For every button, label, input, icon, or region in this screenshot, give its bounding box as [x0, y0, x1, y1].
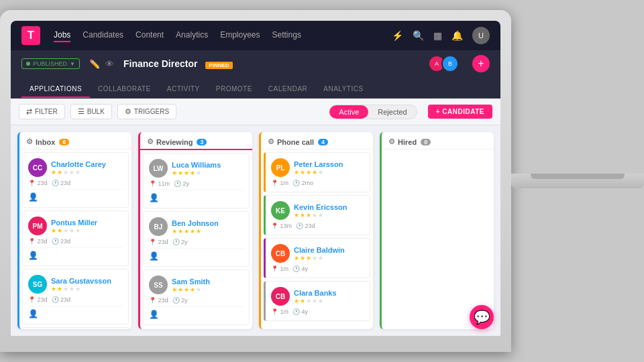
grid-icon[interactable]: ▦ — [433, 30, 442, 41]
star5: ★ — [318, 255, 323, 261]
filter-button[interactable]: ⇄ FILTER — [19, 104, 65, 119]
search-icon[interactable]: 🔍 — [413, 30, 424, 41]
meta-location: 📍 23d — [28, 296, 48, 303]
star5: ★ — [75, 227, 80, 234]
meta-location: 📍 1m — [271, 180, 288, 186]
star3: ★ — [184, 286, 189, 293]
card-peter-larsson[interactable]: PL Peter Larsson ★ ★ ★ ★ ★ — [264, 152, 370, 192]
fab-button[interactable]: 💬 — [470, 305, 494, 329]
avatar-pm: PM — [28, 217, 47, 235]
meta-sara: 📍 23d 🕐 23d — [28, 296, 123, 303]
card-clara-banks[interactable]: CB Clara Banks ★ ★ ★ ★ ★ — [264, 281, 370, 321]
meta-location: 📍 23d — [149, 239, 168, 245]
meta-peter: 📍 1m 🕐 2mo — [271, 180, 364, 186]
edit-icon[interactable]: ✏️ — [89, 59, 100, 69]
name-ben: Ben Johnson — [172, 219, 219, 227]
bulk-button[interactable]: ☰ BULK — [70, 104, 112, 119]
stars-kevin: ★ ★ ★ ★ ★ — [294, 212, 347, 219]
meta-time: 🕐 2y — [174, 180, 189, 187]
avatar-group: A B — [428, 55, 459, 72]
add-person-button[interactable]: + — [472, 55, 490, 72]
user-avatar[interactable]: U — [472, 27, 490, 44]
nav-icons: ⚡ 🔍 ▦ 🔔 U — [392, 27, 490, 44]
star4: ★ — [312, 298, 317, 304]
star2: ★ — [300, 212, 305, 219]
footer-luca: 👤 — [149, 190, 244, 202]
card-claire-baldwin[interactable]: CB Claire Baldwin ★ ★ ★ ★ ★ — [264, 238, 370, 278]
card-kevin-ericsson[interactable]: KE Kevin Ericsson ★ ★ ★ ★ ★ — [264, 195, 370, 235]
add-candidate-button[interactable]: + CANDIDATE — [428, 105, 492, 119]
logo: T — [21, 26, 40, 45]
inbox-icon: ⚙ — [26, 137, 33, 146]
eye-icon[interactable]: 👁 — [105, 59, 114, 69]
phone-call-cards: PL Peter Larsson ★ ★ ★ ★ ★ — [261, 149, 373, 329]
tab-activity[interactable]: ACTIVITY — [159, 81, 208, 98]
meta-clara: 📍 1m 🕐 4y — [271, 308, 364, 315]
published-label: PUBLISHED — [33, 60, 67, 67]
bulk-icon: ☰ — [78, 107, 85, 116]
published-badge[interactable]: PUBLISHED ▼ — [21, 58, 80, 69]
column-hired: ⚙ Hired 0 — [380, 132, 494, 329]
phone-call-header: ⚙ Phone call 4 — [261, 132, 373, 149]
nav-employees[interactable]: Employees — [220, 29, 260, 42]
tab-collaborate[interactable]: COLLABORATE — [90, 81, 159, 98]
active-status-button[interactable]: Active — [329, 105, 368, 119]
hired-icon: ⚙ — [388, 137, 395, 146]
meta-location: 📍 11m — [149, 180, 170, 187]
reviewing-cards: LW Luca Williams ★ ★ ★ ★ ★ — [140, 150, 252, 329]
star2: ★ — [178, 170, 183, 176]
meta-time: 🕐 23d — [296, 223, 315, 229]
stars-sam: ★ ★ ★ ★ ★ — [172, 286, 210, 293]
meta-ben: 📍 23d 🕐 2y — [149, 239, 244, 245]
card-charlotte-carey[interactable]: CC Charlotte Carey ★ ★ ★ ★ ★ — [22, 152, 129, 208]
person-icon: 👤 — [149, 251, 159, 261]
card-sam-smith[interactable]: SS Sam Smith ★ ★ ★ ★ ★ — [143, 269, 250, 325]
stars-sara: ★ ★ ★ ★ ★ — [51, 286, 111, 292]
avatar-lw: LW — [149, 159, 168, 178]
star3: ★ — [63, 286, 68, 292]
nav-analytics[interactable]: Analytics — [176, 29, 208, 42]
star3: ★ — [63, 227, 68, 234]
star4: ★ — [69, 227, 74, 234]
hired-title: Hired — [398, 138, 417, 146]
tab-analytics[interactable]: ANALYTICS — [315, 81, 371, 98]
name-kevin: Kevin Ericsson — [294, 203, 347, 211]
star1: ★ — [294, 255, 299, 261]
card-ben-johnson[interactable]: BJ Ben Johnson ★ ★ ★ ★ ★ — [143, 211, 250, 267]
star2: ★ — [178, 228, 183, 235]
meta-claire: 📍 1m 🕐 4y — [271, 265, 364, 272]
nav-settings[interactable]: Settings — [272, 29, 301, 42]
star2: ★ — [57, 286, 62, 292]
star4: ★ — [312, 212, 317, 219]
star1: ★ — [51, 286, 56, 292]
filter-icon: ⇄ — [26, 107, 32, 116]
tab-applications[interactable]: APPLICATIONS — [21, 81, 90, 98]
bell-icon[interactable]: 🔔 — [451, 30, 463, 41]
card-pontus-miller[interactable]: PM Pontus Miller ★ ★ ★ ★ ★ — [22, 210, 129, 266]
job-title-text: Finance Director — [123, 58, 197, 69]
tab-promote[interactable]: PROMOTE — [208, 81, 260, 98]
bulk-label: BULK — [87, 108, 105, 115]
nav-content[interactable]: Content — [136, 29, 164, 42]
nav-candidates[interactable]: Candidates — [83, 29, 123, 42]
star5: ★ — [318, 169, 323, 176]
rejected-status-button[interactable]: Rejected — [368, 105, 416, 119]
tab-calendar[interactable]: CALENDAR — [260, 81, 315, 98]
card-luca-williams[interactable]: LW Luca Williams ★ ★ ★ ★ ★ — [143, 153, 250, 208]
card-adam-coleman[interactable]: AC Adam Coleman ★ ★ ★ ★ ★ — [22, 327, 129, 329]
star5: ★ — [75, 169, 80, 176]
name-charlotte: Charlotte Carey — [51, 160, 106, 168]
kanban-board: ⚙ Inbox 6 CC Charlotte Carey ★ — [11, 125, 500, 336]
star4: ★ — [69, 286, 74, 292]
avatar-sg: SG — [28, 275, 47, 294]
person-icon: 👤 — [28, 251, 38, 260]
avatar-2: B — [441, 55, 459, 72]
star1: ★ — [294, 298, 299, 304]
triggers-button[interactable]: ⚙ TRIGGERS — [117, 104, 176, 119]
card-sara-gustavsson[interactable]: SG Sara Gustavsson ★ ★ ★ ★ ★ — [22, 269, 129, 324]
lightning-icon[interactable]: ⚡ — [392, 30, 403, 41]
nav-jobs[interactable]: Jobs — [54, 29, 70, 42]
star5: ★ — [196, 228, 201, 235]
star3: ★ — [306, 169, 311, 176]
chevron-down-icon: ▼ — [70, 61, 75, 67]
